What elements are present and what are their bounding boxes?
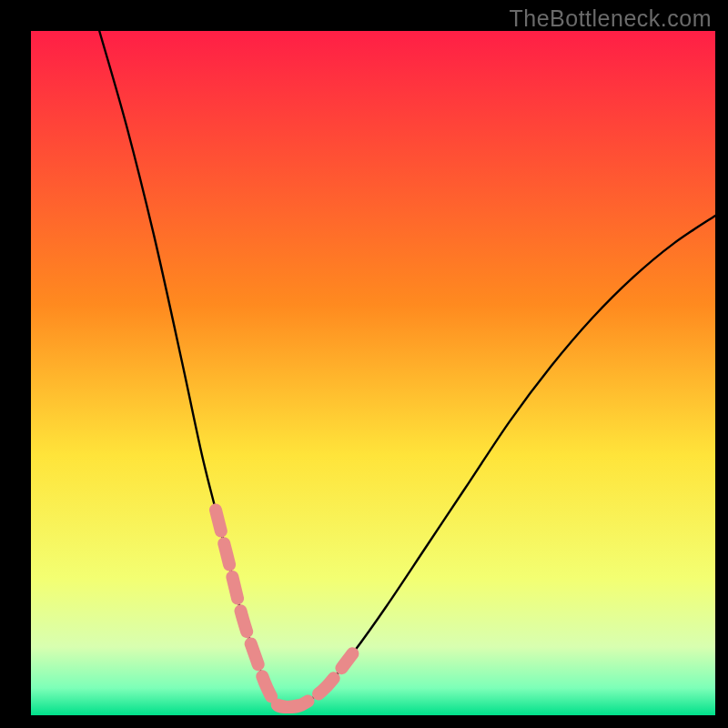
highlight-dash-floor: [278, 705, 301, 707]
bottleneck-chart: [0, 0, 728, 728]
watermark-text: TheBottleneck.com: [510, 5, 713, 32]
plot-area: [31, 31, 715, 715]
chart-frame: TheBottleneck.com: [0, 0, 728, 728]
